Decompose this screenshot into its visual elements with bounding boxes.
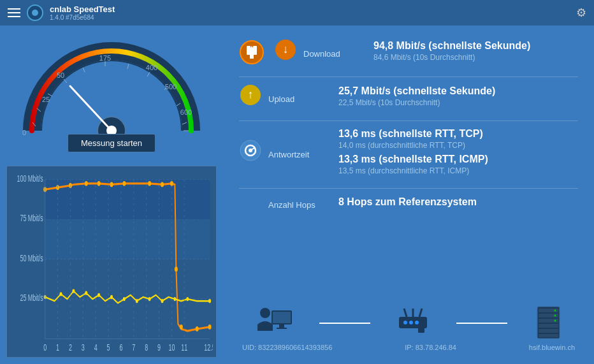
upload-secondary: 22,5 Mbit/s (10s Durchschnitt) bbox=[338, 98, 578, 108]
svg-text:50 Mbit/s: 50 Mbit/s bbox=[20, 253, 43, 263]
connection-line-2 bbox=[456, 323, 507, 324]
svg-text:↑: ↑ bbox=[248, 88, 254, 101]
start-measurement-button[interactable]: Messung starten bbox=[68, 134, 156, 152]
svg-point-120 bbox=[554, 310, 556, 312]
svg-line-16 bbox=[83, 68, 85, 72]
download-icon bbox=[239, 40, 264, 65]
speedometer-gauge: 0 25 50 175 400 500 600 Mbit/s bbox=[13, 32, 210, 140]
svg-line-18 bbox=[127, 64, 129, 69]
upload-primary: 25,7 Mbit/s (schnellste Sekunde) bbox=[338, 85, 578, 98]
svg-point-122 bbox=[554, 320, 556, 322]
svg-text:0: 0 bbox=[43, 342, 47, 353]
divider-2 bbox=[239, 120, 578, 121]
svg-point-51 bbox=[72, 289, 75, 293]
svg-text:50: 50 bbox=[57, 71, 64, 79]
svg-point-48 bbox=[208, 324, 212, 330]
ip-label: IP: bbox=[405, 344, 413, 351]
hops-values: 8 Hops zum Referenzsystem bbox=[338, 196, 578, 209]
app-logo bbox=[27, 4, 43, 21]
svg-point-121 bbox=[554, 315, 556, 317]
svg-text:100 Mbit/s: 100 Mbit/s bbox=[17, 173, 43, 184]
antwortzeit-primary2: 13,3 ms (schnellste RTT, ICMP) bbox=[338, 153, 578, 166]
menu-button[interactable] bbox=[8, 8, 20, 17]
svg-rect-102 bbox=[273, 312, 291, 323]
svg-text:4: 4 bbox=[94, 342, 98, 353]
svg-point-44 bbox=[170, 181, 173, 186]
upload-stat-row: ↑ Upload 25,7 Mbit/s (schnellste Sekunde… bbox=[239, 84, 578, 109]
svg-line-15 bbox=[64, 79, 67, 83]
download-primary: 94,8 Mbit/s (schnellste Sekunde) bbox=[373, 40, 578, 53]
app-version: 1.4.0 #7d5e684 bbox=[50, 14, 115, 21]
svg-rect-118 bbox=[539, 329, 558, 333]
antwortzeit-secondary1: 14,0 ms (durchschnittliche RTT, TCP) bbox=[338, 141, 578, 151]
ip-info: IP: 83.78.246.84 bbox=[405, 344, 456, 351]
svg-point-39 bbox=[98, 181, 101, 186]
svg-text:25 Mbit/s: 25 Mbit/s bbox=[20, 293, 43, 303]
svg-point-54 bbox=[110, 295, 113, 299]
svg-text:400: 400 bbox=[146, 64, 157, 71]
svg-point-61 bbox=[208, 299, 211, 303]
svg-text:600: 600 bbox=[180, 108, 192, 116]
svg-line-107 bbox=[419, 309, 422, 317]
svg-point-56 bbox=[136, 299, 138, 303]
upload-circle-icon: ↑ bbox=[239, 84, 262, 106]
antwortzeit-label: Antwortzeit bbox=[268, 150, 332, 159]
user-device-icon bbox=[251, 305, 296, 340]
svg-text:11: 11 bbox=[181, 342, 187, 353]
download-circle-icon: ↓ bbox=[274, 38, 297, 61]
svg-point-38 bbox=[85, 181, 88, 186]
svg-text:0: 0 bbox=[22, 129, 26, 136]
svg-rect-34 bbox=[45, 219, 210, 259]
svg-point-110 bbox=[409, 321, 413, 324]
svg-text:1: 1 bbox=[56, 342, 59, 353]
svg-text:6: 6 bbox=[119, 342, 122, 353]
network-diagram-container: UID: 8322389606614393856 IP: 83.78.246.8… bbox=[239, 218, 578, 351]
download-stat-row: ↓ Download 94,8 Mbit/s (schnellste Sekun… bbox=[239, 38, 578, 65]
svg-point-50 bbox=[60, 292, 62, 296]
svg-point-109 bbox=[403, 321, 407, 324]
router-device bbox=[394, 307, 432, 339]
download-values: 94,8 Mbit/s (schnellste Sekunde) 84,6 Mb… bbox=[373, 40, 578, 62]
svg-line-10 bbox=[70, 86, 112, 131]
download-label: Download bbox=[303, 49, 367, 59]
svg-point-60 bbox=[186, 297, 189, 301]
svg-rect-91 bbox=[253, 46, 257, 55]
antwortzeit-values: 13,6 ms (schnellste RTT, TCP) 14,0 ms (d… bbox=[338, 127, 578, 177]
speed-graph: 100 Mbit/s 75 Mbit/s 50 Mbit/s 25 Mbit/s bbox=[6, 166, 217, 358]
antwortzeit-primary1: 13,6 ms (schnellste RTT, TCP) bbox=[338, 127, 578, 141]
server-icon bbox=[531, 305, 566, 340]
svg-point-45 bbox=[175, 266, 178, 272]
svg-line-105 bbox=[404, 309, 407, 317]
svg-point-46 bbox=[180, 324, 183, 330]
svg-point-55 bbox=[123, 297, 126, 301]
svg-point-52 bbox=[85, 291, 87, 295]
divider-3 bbox=[239, 188, 578, 189]
hops-value: 8 Hops zum Referenzsystem bbox=[338, 196, 578, 209]
settings-button[interactable]: ⚙ bbox=[576, 6, 586, 20]
app-header: cnlab SpeedTest 1.4.0 #7d5e684 ⚙ bbox=[0, 0, 594, 25]
app-name: cnlab SpeedTest bbox=[50, 4, 115, 14]
svg-point-40 bbox=[110, 182, 113, 187]
uid-label: UID: bbox=[242, 344, 256, 351]
svg-text:3: 3 bbox=[82, 342, 85, 353]
ip-value: 83.78.246.84 bbox=[416, 344, 456, 351]
svg-point-43 bbox=[161, 182, 164, 187]
svg-point-47 bbox=[196, 326, 199, 331]
svg-text:25: 25 bbox=[42, 96, 50, 103]
antwortzeit-circle-icon bbox=[239, 139, 262, 162]
left-panel: 0 25 50 175 400 500 600 Mbit/s bbox=[6, 32, 223, 358]
svg-rect-117 bbox=[539, 324, 558, 328]
svg-point-57 bbox=[148, 297, 151, 301]
svg-text:2: 2 bbox=[69, 342, 72, 353]
divider-1 bbox=[239, 76, 578, 77]
svg-point-100 bbox=[260, 308, 270, 318]
svg-rect-119 bbox=[539, 334, 558, 337]
svg-text:12.5: 12.5 bbox=[204, 342, 213, 353]
svg-point-53 bbox=[98, 293, 100, 297]
svg-rect-112 bbox=[418, 326, 424, 333]
network-info-bar: UID: 8322389606614393856 IP: 83.78.246.8… bbox=[239, 344, 578, 351]
svg-text:9: 9 bbox=[157, 342, 161, 353]
svg-text:7: 7 bbox=[132, 342, 135, 353]
upload-label: Upload bbox=[268, 94, 332, 104]
router-icon bbox=[394, 307, 432, 339]
